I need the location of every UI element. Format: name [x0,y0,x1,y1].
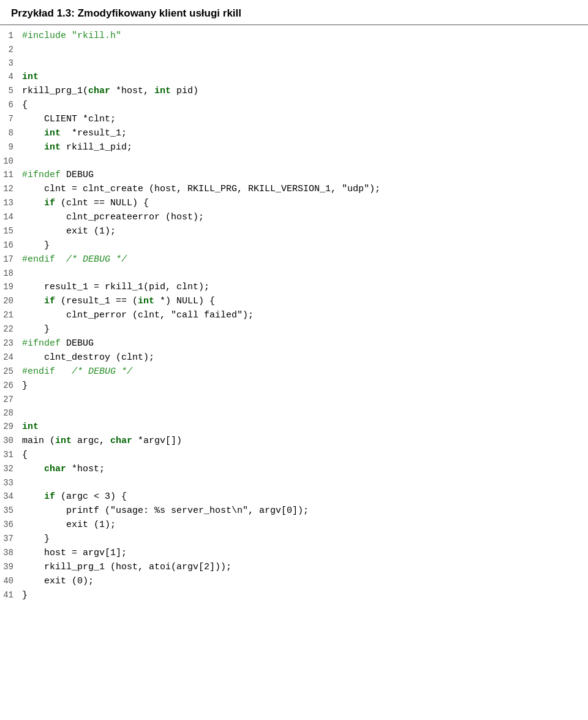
line-number: 31 [0,448,22,461]
code-line: 34 if (argc < 3) { [0,490,588,504]
line-number: 6 [0,98,22,112]
line-number: 37 [0,532,22,545]
code-token: pid) [171,86,198,96]
code-line: 16 } [0,238,588,252]
code-token: { [22,450,28,460]
code-token: CLIENT *clnt; [22,114,116,124]
code-line: 39 rkill_prg_1 (host, atoi(argv[2])); [0,560,588,574]
line-content: { [22,99,588,112]
line-number: 25 [0,365,22,378]
keyword-token: if [44,198,55,208]
line-content: exit (0); [22,575,588,588]
code-token: clnt_pcreateerror (host); [22,212,204,222]
code-token: *result_1; [61,128,127,138]
code-token: } [22,534,50,544]
line-number: 21 [0,308,22,322]
code-token: clnt = clnt_create (host, RKILL_PRG, RKI… [22,184,342,194]
code-token: } [22,381,28,391]
line-number: 26 [0,379,22,392]
code-token [22,491,44,502]
line-content: exit (1); [22,518,588,532]
keyword-token: int [44,142,61,153]
line-content: exit (1); [22,225,588,238]
line-content: host = argv[1]; [22,547,588,560]
line-number: 34 [0,490,22,503]
code-line: 15 exit (1); [0,224,588,238]
code-token: ); [369,184,380,194]
keyword-token: if [44,296,55,306]
code-line: 10 [0,154,588,168]
code-line: 29int [0,420,588,434]
code-line: 37 } [0,532,588,546]
line-number: 35 [0,504,22,517]
code-token [22,128,44,138]
line-number: 30 [0,434,22,447]
code-line: 24 clnt_destroy (clnt); [0,351,588,365]
line-number: 23 [0,336,22,350]
line-number: 7 [0,112,22,126]
comment-token: /* DEBUG */ [66,254,127,265]
code-line: 36 exit (1); [0,518,588,532]
code-token [55,254,66,265]
line-number: 20 [0,294,22,308]
code-line: 38 host = argv[1]; [0,546,588,560]
code-line: 7 CLIENT *clnt; [0,112,588,126]
line-number: 16 [0,238,22,252]
code-line: 9 int rkill_1_pid; [0,140,588,154]
line-content: clnt = clnt_create (host, RKILL_PRG, RKI… [22,183,588,196]
string-token: "call failed" [171,310,243,320]
code-token [22,464,44,474]
code-token: *) NULL) { [154,296,215,306]
code-token [22,296,44,306]
code-line: 3 [0,56,588,70]
line-content: #endif /* DEBUG */ [22,253,588,267]
line-content: #ifndef DEBUG [22,169,588,182]
code-token: (result_1 == ( [55,296,138,306]
line-content: char *host; [22,463,588,476]
line-content: main (int argc, char *argv[]) [22,434,588,448]
code-line: 40 exit (0); [0,574,588,588]
line-number: 18 [0,267,22,280]
code-line: 14 clnt_pcreateerror (host); [0,210,588,224]
keyword-token: char [88,86,110,96]
code-token [22,198,44,208]
code-line: 23#ifndef DEBUG [0,336,588,351]
code-line: 21 clnt_perror (clnt, "call failed"); [0,308,588,322]
line-number: 1 [0,29,22,42]
line-content: #ifndef DEBUG [22,337,588,351]
code-token: rkill_1_pid; [61,142,132,153]
code-token: exit (0); [22,576,94,586]
code-token: DEBUG [61,170,94,180]
preprocessor-token: #endif [22,254,55,265]
code-token: } [22,324,50,335]
keyword-token: int [22,422,39,432]
line-content: int *result_1; [22,127,588,140]
line-number: 39 [0,560,22,574]
line-number: 22 [0,322,22,336]
line-number: 12 [0,182,22,195]
title-prefix: Przykład 1.3: [11,7,75,19]
code-line: 12 clnt = clnt_create (host, RKILL_PRG, … [0,182,588,196]
line-content: #include "rkill.h" [22,29,588,43]
line-content: int [22,70,588,84]
line-number: 4 [0,70,22,83]
code-token: exit (1); [22,520,116,530]
code-token: ); [243,310,254,320]
line-content: clnt_pcreateerror (host); [22,211,588,224]
code-token: printf ( [22,506,110,516]
code-line: 8 int *result_1; [0,126,588,140]
line-number: 24 [0,351,22,364]
line-content: if (argc < 3) { [22,490,588,504]
line-content: result_1 = rkill_1(pid, clnt); [22,281,588,294]
code-token: } [22,240,50,251]
keyword-token: int [22,72,39,82]
code-token: *host, [110,86,154,96]
code-token: argc, [72,436,110,446]
keyword-token: int [138,296,154,306]
line-content: int [22,420,588,434]
line-content: clnt_destroy (clnt); [22,351,588,365]
code-token: clnt_perror (clnt, [22,310,171,320]
code-line: 19 result_1 = rkill_1(pid, clnt); [0,280,588,294]
code-token: DEBUG [61,338,94,349]
title-label: Zmodyfikowany klient usługi rkill [78,7,241,19]
